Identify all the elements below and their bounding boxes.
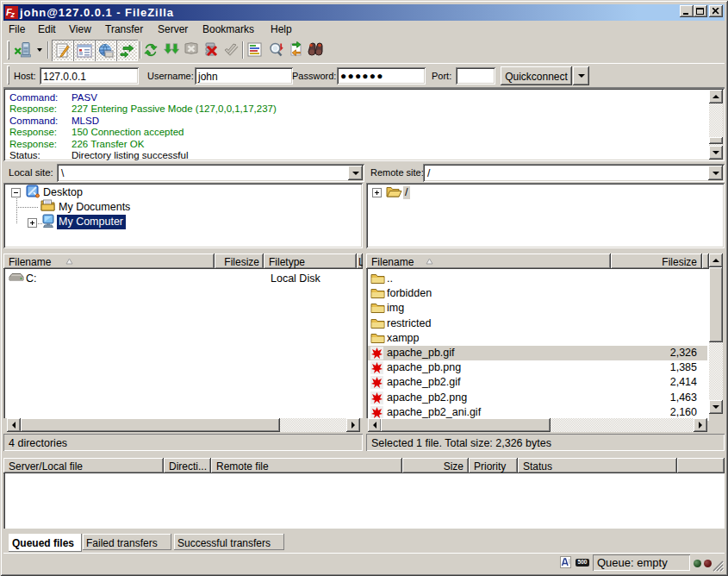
svg-text:z: z — [10, 10, 16, 19]
